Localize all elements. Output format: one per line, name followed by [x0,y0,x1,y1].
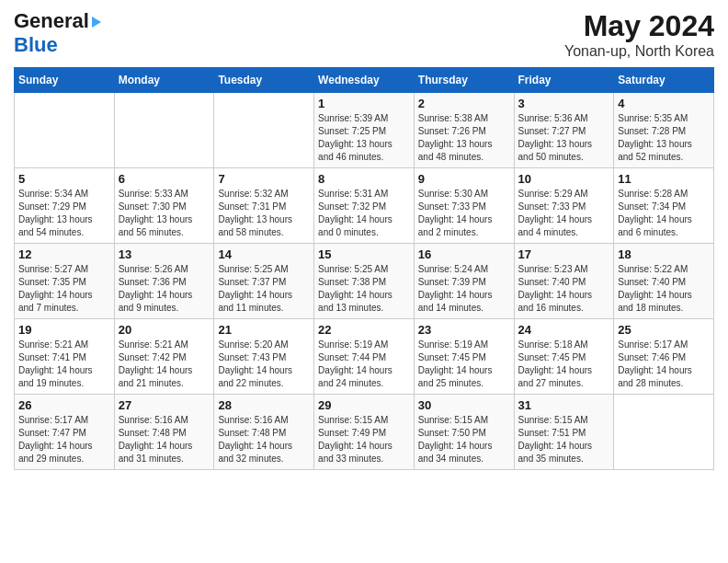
table-row: 11Sunrise: 5:28 AMSunset: 7:34 PMDayligh… [614,168,714,244]
day-number: 2 [418,97,510,110]
day-info: Sunrise: 5:21 AMSunset: 7:42 PMDaylight:… [119,339,210,390]
day-info: Sunrise: 5:35 AMSunset: 7:28 PMDaylight:… [618,112,710,164]
table-row: 29Sunrise: 5:15 AMSunset: 7:49 PMDayligh… [314,395,415,470]
day-number: 23 [418,323,510,337]
day-number: 4 [618,97,710,110]
day-info: Sunrise: 5:19 AMSunset: 7:45 PMDaylight:… [418,339,510,390]
day-info: Sunrise: 5:15 AMSunset: 7:49 PMDaylight:… [318,414,410,465]
day-number: 8 [318,172,410,186]
day-number: 1 [318,97,410,110]
table-row: 23Sunrise: 5:19 AMSunset: 7:45 PMDayligh… [414,319,514,395]
table-row: 18Sunrise: 5:22 AMSunset: 7:40 PMDayligh… [614,244,714,319]
table-row: 25Sunrise: 5:17 AMSunset: 7:46 PMDayligh… [614,319,714,395]
day-number: 30 [418,398,510,412]
header-thursday: Thursday [414,68,514,93]
table-row: 19Sunrise: 5:21 AMSunset: 7:41 PMDayligh… [15,319,115,395]
day-number: 21 [218,323,310,337]
calendar-week-row: 5Sunrise: 5:34 AMSunset: 7:29 PMDaylight… [15,168,714,244]
day-number: 31 [518,398,610,412]
day-info: Sunrise: 5:27 AMSunset: 7:35 PMDaylight:… [18,263,110,315]
header-tuesday: Tuesday [214,68,314,93]
day-info: Sunrise: 5:24 AMSunset: 7:39 PMDaylight:… [418,263,510,315]
header-wednesday: Wednesday [314,68,415,93]
table-row [214,93,314,168]
header-friday: Friday [514,68,614,93]
table-row: 1Sunrise: 5:39 AMSunset: 7:25 PMDaylight… [314,93,415,168]
day-number: 7 [218,172,310,186]
day-number: 27 [119,398,210,412]
day-number: 28 [218,398,310,412]
day-number: 9 [418,172,510,186]
day-number: 5 [18,172,110,186]
day-info: Sunrise: 5:16 AMSunset: 7:48 PMDaylight:… [218,414,310,465]
calendar-table: Sunday Monday Tuesday Wednesday Thursday… [14,67,714,470]
day-info: Sunrise: 5:32 AMSunset: 7:31 PMDaylight:… [218,188,310,239]
day-number: 10 [518,172,610,186]
day-info: Sunrise: 5:20 AMSunset: 7:43 PMDaylight:… [218,339,310,390]
calendar-header-row: Sunday Monday Tuesday Wednesday Thursday… [15,68,714,93]
table-row: 17Sunrise: 5:23 AMSunset: 7:40 PMDayligh… [514,244,614,319]
day-info: Sunrise: 5:15 AMSunset: 7:50 PMDaylight:… [418,414,510,465]
day-info: Sunrise: 5:29 AMSunset: 7:33 PMDaylight:… [518,188,610,239]
table-row: 30Sunrise: 5:15 AMSunset: 7:50 PMDayligh… [414,395,514,470]
logo-blue: Blue [14,33,58,56]
day-number: 14 [218,247,310,261]
day-info: Sunrise: 5:23 AMSunset: 7:40 PMDaylight:… [518,263,610,315]
day-info: Sunrise: 5:26 AMSunset: 7:36 PMDaylight:… [119,263,210,315]
header-sunday: Sunday [15,68,115,93]
table-row: 21Sunrise: 5:20 AMSunset: 7:43 PMDayligh… [214,319,314,395]
day-number: 19 [18,323,110,337]
day-info: Sunrise: 5:25 AMSunset: 7:38 PMDaylight:… [318,263,410,315]
day-info: Sunrise: 5:34 AMSunset: 7:29 PMDaylight:… [18,188,110,239]
day-number: 26 [18,398,110,412]
table-row: 16Sunrise: 5:24 AMSunset: 7:39 PMDayligh… [414,244,514,319]
day-info: Sunrise: 5:17 AMSunset: 7:46 PMDaylight:… [618,339,710,390]
calendar-week-row: 1Sunrise: 5:39 AMSunset: 7:25 PMDaylight… [15,93,714,168]
day-number: 16 [418,247,510,261]
day-number: 3 [518,97,610,110]
table-row: 31Sunrise: 5:15 AMSunset: 7:51 PMDayligh… [514,395,614,470]
day-number: 29 [318,398,410,412]
day-info: Sunrise: 5:28 AMSunset: 7:34 PMDaylight:… [618,188,710,239]
day-number: 11 [618,172,710,186]
table-row: 2Sunrise: 5:38 AMSunset: 7:26 PMDaylight… [414,93,514,168]
table-row: 4Sunrise: 5:35 AMSunset: 7:28 PMDaylight… [614,93,714,168]
table-row: 14Sunrise: 5:25 AMSunset: 7:37 PMDayligh… [214,244,314,319]
day-info: Sunrise: 5:38 AMSunset: 7:26 PMDaylight:… [418,112,510,164]
table-row [114,93,214,168]
day-number: 24 [518,323,610,337]
table-row: 24Sunrise: 5:18 AMSunset: 7:45 PMDayligh… [514,319,614,395]
day-number: 25 [618,323,710,337]
header-monday: Monday [114,68,214,93]
table-row: 28Sunrise: 5:16 AMSunset: 7:48 PMDayligh… [214,395,314,470]
table-row: 13Sunrise: 5:26 AMSunset: 7:36 PMDayligh… [114,244,214,319]
table-row [614,395,714,470]
table-row: 27Sunrise: 5:16 AMSunset: 7:48 PMDayligh… [114,395,214,470]
day-info: Sunrise: 5:36 AMSunset: 7:27 PMDaylight:… [518,112,610,164]
title-block: May 2024 Yonan-up, North Korea [564,9,714,60]
table-row: 20Sunrise: 5:21 AMSunset: 7:42 PMDayligh… [114,319,214,395]
table-row: 9Sunrise: 5:30 AMSunset: 7:33 PMDaylight… [414,168,514,244]
table-row: 6Sunrise: 5:33 AMSunset: 7:30 PMDaylight… [114,168,214,244]
day-number: 20 [119,323,210,337]
day-number: 17 [518,247,610,261]
day-info: Sunrise: 5:18 AMSunset: 7:45 PMDaylight:… [518,339,610,390]
header-saturday: Saturday [614,68,714,93]
logo-general: General [14,9,89,33]
day-number: 15 [318,247,410,261]
day-info: Sunrise: 5:19 AMSunset: 7:44 PMDaylight:… [318,339,410,390]
day-info: Sunrise: 5:17 AMSunset: 7:47 PMDaylight:… [18,414,110,465]
day-number: 18 [618,247,710,261]
location-subtitle: Yonan-up, North Korea [564,43,714,60]
day-info: Sunrise: 5:33 AMSunset: 7:30 PMDaylight:… [119,188,210,239]
logo-arrow-icon [92,17,101,28]
day-number: 13 [119,247,210,261]
month-title: May 2024 [564,9,714,43]
table-row: 3Sunrise: 5:36 AMSunset: 7:27 PMDaylight… [514,93,614,168]
table-row: 5Sunrise: 5:34 AMSunset: 7:29 PMDaylight… [15,168,115,244]
calendar-week-row: 26Sunrise: 5:17 AMSunset: 7:47 PMDayligh… [15,395,714,470]
day-number: 12 [18,247,110,261]
table-row: 10Sunrise: 5:29 AMSunset: 7:33 PMDayligh… [514,168,614,244]
table-row: 26Sunrise: 5:17 AMSunset: 7:47 PMDayligh… [15,395,115,470]
table-row [15,93,115,168]
